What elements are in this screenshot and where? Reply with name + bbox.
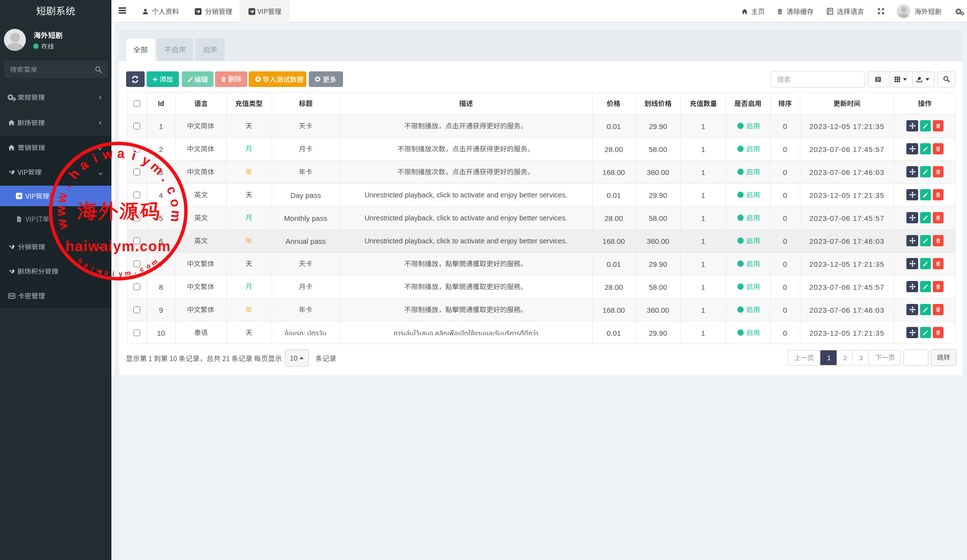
svg-text:i: i [112,269,114,277]
svg-text:w: w [101,146,114,163]
svg-text:m: m [168,210,183,223]
svg-text:h: h [65,166,82,182]
svg-text:w: w [53,205,68,216]
svg-text:.: . [59,180,74,190]
svg-text:c: c [138,264,145,273]
svg-text:w: w [54,190,71,204]
svg-text:y: y [118,269,123,277]
svg-text:a: a [117,146,125,161]
svg-text:a: a [104,268,109,277]
svg-text:.: . [158,172,172,184]
svg-text:o: o [168,197,183,208]
svg-text:.: . [133,267,137,275]
svg-text:a: a [76,156,91,173]
svg-text:c: c [164,184,180,196]
svg-text:w: w [54,216,70,231]
svg-text:m: m [124,268,131,277]
svg-text:i: i [90,264,95,272]
svg-text:i: i [90,151,100,165]
svg-text:i: i [130,148,137,163]
